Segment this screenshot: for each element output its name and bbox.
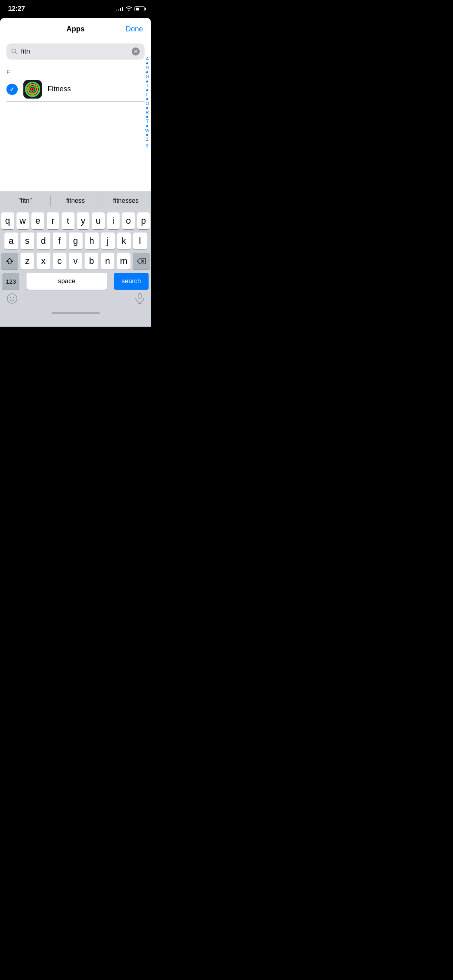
key-z[interactable]: z	[21, 253, 34, 270]
main-content: Apps Done ✕ A D G I L O R T	[0, 18, 151, 327]
page-title: Apps	[66, 25, 85, 33]
key-v[interactable]: v	[69, 253, 83, 270]
search-bar[interactable]: ✕	[6, 43, 145, 60]
microphone-button[interactable]	[135, 293, 145, 304]
key-h[interactable]: h	[85, 233, 99, 249]
key-e[interactable]: e	[31, 212, 44, 229]
key-x[interactable]: x	[37, 253, 50, 270]
key-k[interactable]: k	[117, 233, 131, 249]
wifi-icon	[126, 6, 132, 12]
key-q[interactable]: q	[1, 212, 14, 229]
numbers-key[interactable]: 123	[2, 273, 19, 290]
key-r[interactable]: r	[47, 212, 60, 229]
key-d[interactable]: d	[37, 233, 50, 249]
search-container: ✕	[0, 40, 151, 66]
alpha-dot-9	[146, 134, 148, 136]
alpha-Z[interactable]: Z	[146, 137, 149, 142]
alpha-dot-6	[146, 107, 148, 109]
alpha-dot-1	[146, 62, 148, 64]
key-b[interactable]: b	[85, 253, 98, 270]
home-indicator	[0, 307, 151, 319]
key-n[interactable]: n	[101, 253, 114, 270]
key-t[interactable]: t	[62, 212, 74, 229]
keyboard-rows: q w e r t y u i o p a s d f g h j k	[0, 209, 151, 290]
key-row-1: q w e r t y u i o p	[1, 212, 150, 229]
key-u[interactable]: u	[92, 212, 105, 229]
alpha-G[interactable]: G	[146, 74, 149, 79]
key-a[interactable]: a	[4, 233, 18, 249]
key-f[interactable]: f	[53, 233, 66, 249]
alpha-D[interactable]: D	[146, 65, 149, 70]
delete-key[interactable]	[133, 253, 150, 270]
svg-point-9	[7, 294, 17, 303]
apps-list: F ✓ Fitness	[0, 66, 151, 191]
alpha-dot-2	[146, 71, 148, 73]
signal-icon	[116, 6, 123, 11]
key-o[interactable]: o	[122, 212, 135, 229]
svg-rect-12	[138, 293, 141, 299]
autocomplete-text-quoted: "fitn"	[19, 197, 32, 204]
key-y[interactable]: y	[77, 212, 90, 229]
autocomplete-text-fitnesses: fitnesses	[113, 197, 139, 204]
emoji-button[interactable]	[6, 293, 18, 304]
keyboard-area: "fitn" fitness fitnesses q w e r t y u i…	[0, 191, 151, 327]
autocomplete-item-fitnesses[interactable]: fitnesses	[101, 192, 151, 209]
alpha-hash[interactable]: #	[146, 143, 149, 148]
nav-bar: Apps Done	[0, 18, 151, 40]
alpha-dot-5	[146, 98, 148, 100]
key-row-4: 123 space search	[1, 273, 150, 290]
key-p[interactable]: p	[137, 212, 150, 229]
search-icon	[11, 48, 18, 55]
key-c[interactable]: c	[53, 253, 66, 270]
alpha-T[interactable]: T	[146, 119, 149, 124]
fitness-app-icon	[23, 80, 42, 99]
key-i[interactable]: i	[107, 212, 120, 229]
section-header-F: F	[0, 66, 151, 77]
key-row-2: a s d f g h j k l	[1, 233, 150, 249]
alpha-dot-7	[146, 116, 148, 118]
key-g[interactable]: g	[69, 233, 83, 249]
app-checkbox-fitness[interactable]: ✓	[6, 84, 18, 95]
search-key[interactable]: search	[114, 273, 149, 290]
shift-key[interactable]	[1, 253, 18, 270]
home-bar	[52, 312, 100, 314]
key-s[interactable]: s	[21, 233, 34, 249]
emoji-mic-row	[0, 290, 151, 307]
alpha-index: A D G I L O R T W Z #	[145, 56, 149, 148]
key-l[interactable]: l	[133, 233, 147, 249]
alpha-I[interactable]: I	[147, 83, 148, 89]
app-name-fitness: Fitness	[48, 85, 71, 93]
autocomplete-item-fitness[interactable]: fitness	[50, 192, 101, 209]
alpha-L[interactable]: L	[146, 92, 149, 97]
space-key[interactable]: space	[27, 273, 107, 290]
search-clear-button[interactable]: ✕	[132, 47, 140, 56]
alpha-A[interactable]: A	[146, 56, 149, 62]
list-item[interactable]: ✓ Fitness	[0, 77, 151, 101]
divider-bottom	[6, 101, 145, 102]
key-row-3: z x c v b n m	[1, 253, 150, 270]
alpha-dot-3	[146, 80, 148, 82]
done-button[interactable]: Done	[126, 25, 143, 33]
alpha-dot-8	[146, 125, 148, 127]
autocomplete-bar: "fitn" fitness fitnesses	[0, 191, 151, 209]
svg-line-1	[16, 53, 17, 54]
status-icons	[116, 6, 145, 12]
alpha-dot-4	[146, 89, 148, 91]
key-j[interactable]: j	[101, 233, 115, 249]
alpha-R[interactable]: R	[146, 110, 149, 115]
checkmark-icon: ✓	[10, 86, 14, 93]
search-input[interactable]	[21, 47, 128, 56]
status-bar: 12:27	[0, 0, 151, 18]
alpha-W[interactable]: W	[145, 128, 149, 133]
autocomplete-text-fitness: fitness	[66, 197, 85, 204]
status-time: 12:27	[8, 5, 25, 13]
svg-point-11	[13, 297, 14, 299]
battery-icon	[134, 6, 145, 11]
svg-point-10	[10, 297, 11, 299]
autocomplete-item-quoted[interactable]: "fitn"	[0, 192, 50, 209]
alpha-O[interactable]: O	[146, 101, 149, 106]
key-w[interactable]: w	[17, 212, 29, 229]
key-m[interactable]: m	[117, 253, 130, 270]
